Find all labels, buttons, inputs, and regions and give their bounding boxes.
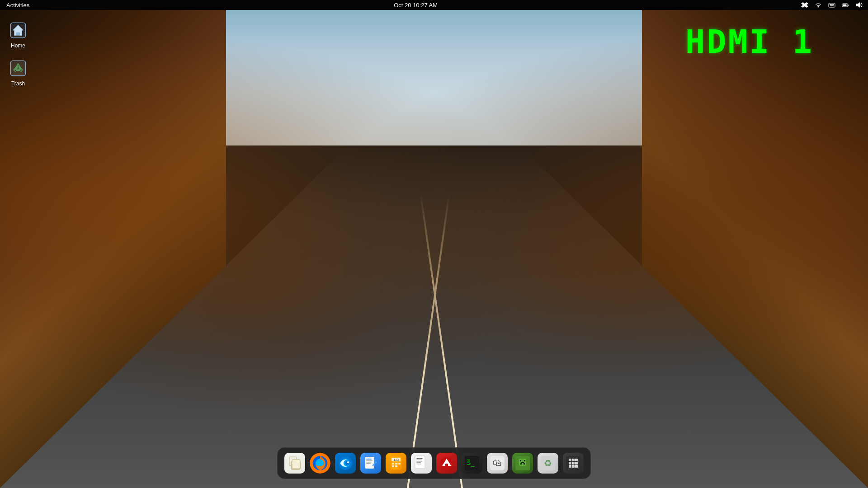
svg-rect-29 (365, 457, 374, 469)
dropbox-tray-icon[interactable] (799, 0, 810, 9)
svg-rect-64 (522, 464, 524, 465)
svg-rect-48 (416, 464, 421, 465)
foliage-overlay (0, 0, 868, 488)
calculator-icon: 123 (386, 453, 406, 474)
svg-rect-7 (830, 5, 834, 6)
dock-trash-icon: ♻ (538, 453, 558, 474)
svg-point-0 (818, 6, 819, 8)
svg-rect-5 (830, 5, 831, 5)
svg-rect-72 (572, 462, 575, 465)
taskbar-dock: 123 (277, 447, 591, 479)
svg-rect-42 (398, 465, 401, 469)
svg-rect-41 (395, 465, 397, 467)
trash-desktop-icon[interactable]: ♻ Trash (2, 55, 34, 89)
svg-text:♻: ♻ (14, 64, 22, 73)
svg-rect-69 (572, 459, 575, 461)
svg-rect-10 (843, 5, 847, 6)
dock-minecraft[interactable] (511, 451, 534, 475)
desktop-background (0, 0, 868, 488)
svg-rect-2 (830, 5, 830, 5)
svg-rect-44 (416, 458, 423, 459)
home-icon-label: Home (11, 42, 25, 49)
svg-rect-76 (575, 465, 578, 468)
svg-rect-61 (521, 462, 524, 463)
svg-rect-47 (416, 462, 421, 463)
hdmi-label: HDMI 1 (685, 23, 814, 61)
trash-icon-label: Trash (11, 80, 25, 87)
svg-rect-38 (395, 463, 397, 465)
svg-rect-62 (520, 463, 522, 465)
svg-rect-32 (366, 462, 372, 463)
power-tray-icon[interactable] (840, 0, 851, 9)
minecraft-icon (512, 453, 533, 474)
svg-rect-74 (569, 465, 571, 468)
dock-trash[interactable]: ♻ (536, 451, 560, 475)
home-icon (8, 20, 28, 41)
svg-rect-51 (445, 464, 448, 467)
svg-rect-75 (572, 465, 575, 468)
svg-rect-73 (575, 462, 578, 465)
dock-appstore[interactable]: 🛍 (486, 451, 509, 475)
svg-rect-59 (520, 460, 521, 461)
svg-rect-54 (467, 460, 470, 460)
dock-allapps[interactable] (561, 451, 585, 475)
activities-button[interactable]: Activities (4, 0, 32, 10)
datetime-display[interactable]: Oct 20 10:27 AM (394, 2, 438, 9)
svg-rect-68 (569, 459, 571, 461)
svg-rect-37 (392, 463, 394, 465)
appstore-icon: 🛍 (487, 453, 508, 474)
svg-text:123: 123 (393, 458, 399, 461)
topbar-center: Oct 20 10:27 AM (32, 2, 799, 9)
dock-calculator[interactable]: 123 (384, 451, 408, 475)
svg-rect-21 (292, 460, 300, 469)
svg-rect-4 (833, 5, 834, 5)
dock-firefox[interactable] (308, 451, 332, 475)
svg-rect-31 (366, 460, 373, 461)
allapps-icon (563, 453, 584, 474)
editor-icon (360, 453, 381, 474)
volume-tray-icon[interactable] (854, 0, 864, 9)
firefox-icon (310, 453, 330, 474)
svg-rect-60 (524, 460, 525, 461)
dock-text[interactable] (410, 451, 433, 475)
svg-rect-6 (832, 5, 833, 5)
svg-rect-33 (366, 463, 371, 464)
trash-icon: ♻ (8, 58, 28, 79)
svg-rect-63 (524, 463, 525, 465)
svg-rect-3 (831, 5, 832, 5)
svg-marker-11 (856, 2, 860, 8)
keyboard-tray-icon[interactable] (826, 0, 837, 9)
terminal-icon: $_ (462, 453, 482, 474)
svg-point-28 (347, 461, 349, 463)
dock-files[interactable] (283, 451, 307, 475)
svg-text:🛍: 🛍 (493, 458, 502, 468)
network-tray-icon[interactable] (813, 0, 824, 9)
svg-rect-71 (569, 462, 571, 465)
desktop-icons-area: Home ♻ Trash (0, 14, 36, 93)
dock-editor[interactable] (359, 451, 382, 475)
svg-text:♻: ♻ (544, 458, 552, 468)
svg-rect-15 (17, 33, 20, 36)
svg-rect-70 (575, 459, 578, 461)
svg-rect-40 (392, 465, 394, 467)
svg-rect-46 (416, 461, 422, 462)
home-desktop-icon[interactable]: Home (2, 17, 34, 52)
topbar: Activities Oct 20 10:27 AM (0, 0, 868, 10)
dock-transmission[interactable] (435, 451, 458, 475)
files-icon (284, 453, 305, 474)
thunderbird-icon (335, 453, 356, 474)
topbar-right (799, 0, 864, 9)
text-icon (411, 453, 432, 474)
svg-rect-1 (829, 3, 835, 7)
svg-rect-39 (398, 463, 401, 465)
dock-terminal[interactable]: $_ (460, 451, 484, 475)
svg-rect-9 (848, 5, 849, 6)
svg-point-27 (345, 461, 349, 465)
svg-rect-30 (366, 459, 372, 460)
transmission-icon (436, 453, 457, 474)
dock-thunderbird[interactable] (334, 451, 357, 475)
svg-rect-45 (416, 460, 422, 460)
